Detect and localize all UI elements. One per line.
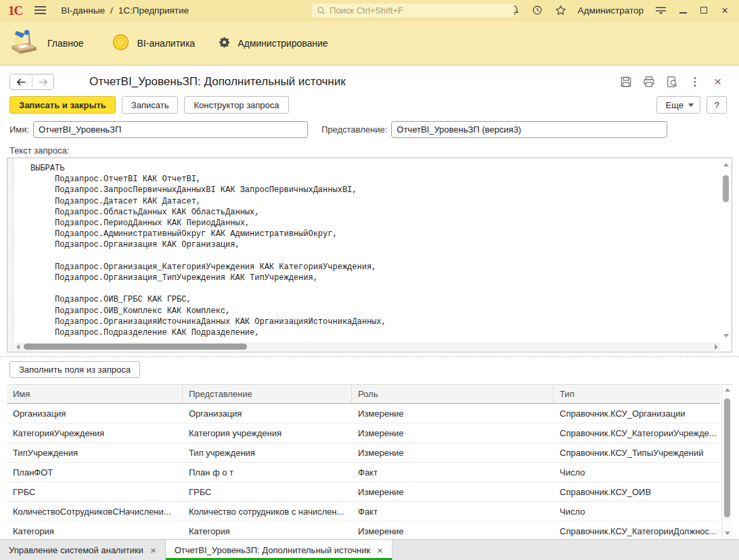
more-button[interactable]: Еще bbox=[656, 96, 700, 114]
section-administration-label: Администрирование bbox=[238, 38, 328, 49]
table-vertical-scrollbar[interactable] bbox=[721, 385, 732, 538]
section-bi-analytics[interactable]: BI-аналитика bbox=[112, 34, 208, 53]
section-bi-analytics-label: BI-аналитика bbox=[137, 38, 196, 49]
cell-name[interactable]: Организация bbox=[7, 404, 183, 423]
breadcrumb-separator: / bbox=[110, 5, 113, 16]
cell-presentation[interactable]: ГРБС bbox=[183, 482, 352, 501]
cell-role[interactable]: Факт bbox=[352, 502, 554, 521]
query-horizontal-scrollbar[interactable] bbox=[14, 342, 720, 351]
column-header-role[interactable]: Роль bbox=[352, 385, 554, 403]
name-input[interactable]: ОтчетBI_УровеньЗП bbox=[33, 121, 308, 138]
fill-fields-button[interactable]: Заполнить поля из запроса bbox=[9, 361, 140, 378]
maximize-button[interactable] bbox=[699, 5, 709, 15]
cell-type[interactable]: Справочник.КСУ_ТипыУчреждений bbox=[554, 443, 720, 462]
column-header-type[interactable]: Тип bbox=[554, 385, 720, 403]
forward-button[interactable] bbox=[32, 74, 53, 89]
1c-logo: 1С bbox=[8, 4, 22, 17]
table-row[interactable]: КатегорияУчреждения Категория учреждения… bbox=[7, 423, 720, 443]
kebab-menu-icon[interactable] bbox=[688, 76, 701, 89]
table-row[interactable]: ГРБС ГРБС Измерение Справочник.КСУ_ОИВ bbox=[7, 482, 720, 502]
scroll-up-arrow-icon[interactable] bbox=[725, 388, 730, 392]
tab-close-icon[interactable]: × bbox=[150, 545, 156, 555]
cell-type[interactable]: Справочник.КСУ_Организации bbox=[554, 404, 720, 423]
scroll-thumb[interactable] bbox=[723, 175, 729, 202]
scroll-thumb[interactable] bbox=[24, 344, 247, 350]
cell-role[interactable]: Измерение bbox=[352, 521, 554, 538]
scroll-right-arrow-icon[interactable] bbox=[715, 344, 718, 350]
scroll-down-arrow-icon[interactable] bbox=[725, 532, 730, 535]
help-button[interactable]: ? bbox=[707, 96, 727, 114]
breadcrumb-app[interactable]: BI-данные bbox=[61, 5, 105, 16]
back-button[interactable] bbox=[10, 74, 32, 89]
query-vertical-scrollbar[interactable] bbox=[721, 159, 731, 342]
cell-type[interactable]: Справочник.КСУ_КатегорииДолжнос... bbox=[554, 521, 720, 538]
cell-role[interactable]: Измерение bbox=[352, 404, 554, 423]
query-builder-button[interactable]: Конструктор запроса bbox=[184, 96, 288, 114]
scroll-left-arrow-icon[interactable] bbox=[16, 344, 20, 350]
cell-role[interactable]: Измерение bbox=[352, 423, 554, 442]
tab-analytics-management[interactable]: Управление системой аналитики × bbox=[0, 540, 166, 560]
cell-presentation[interactable]: План ф о т bbox=[183, 463, 352, 482]
scroll-up-arrow-icon[interactable] bbox=[723, 163, 729, 166]
editor-gutter bbox=[7, 158, 14, 352]
tab-label: ОтчетBI_УровеньЗП: Дополнительный источн… bbox=[175, 545, 371, 555]
gear-icon bbox=[219, 37, 229, 49]
cell-type[interactable]: Число bbox=[554, 463, 720, 482]
save-icon[interactable] bbox=[619, 76, 632, 89]
scroll-thumb[interactable] bbox=[724, 398, 730, 517]
cell-presentation[interactable]: Количество сотрудников с начислен... bbox=[183, 502, 352, 521]
cell-role[interactable]: Измерение bbox=[352, 443, 554, 462]
cell-presentation[interactable]: Организация bbox=[183, 404, 352, 423]
table-header: Имя Представление Роль Тип bbox=[7, 385, 720, 404]
table-row[interactable]: Организация Организация Измерение Справо… bbox=[7, 404, 720, 423]
tab-report-additional-source[interactable]: ОтчетBI_УровеньЗП: Дополнительный источн… bbox=[166, 540, 393, 560]
scroll-down-arrow-icon[interactable] bbox=[723, 334, 729, 337]
form-close-icon[interactable]: × bbox=[711, 76, 724, 89]
cell-role[interactable]: Измерение bbox=[352, 482, 554, 501]
query-editor[interactable]: ВЫБРАТЬ Подзапрос.ОтчетBI КАК ОтчетBI, П… bbox=[7, 158, 732, 352]
print-preview-icon[interactable] bbox=[665, 76, 678, 89]
section-main-label: Главное bbox=[47, 38, 84, 49]
cell-name[interactable]: КатегорияУчреждения bbox=[7, 423, 183, 442]
cell-name[interactable]: ПланФОТ bbox=[7, 463, 183, 482]
cell-presentation[interactable]: Тип учреждения bbox=[183, 443, 352, 462]
section-main[interactable]: Главное bbox=[7, 27, 96, 59]
history-icon[interactable] bbox=[532, 5, 543, 16]
save-button[interactable]: Записать bbox=[122, 96, 179, 114]
cell-presentation[interactable]: Категория bbox=[183, 521, 352, 538]
minimize-button[interactable] bbox=[678, 5, 688, 15]
cell-name[interactable]: ГРБС bbox=[7, 482, 183, 501]
print-icon[interactable] bbox=[642, 76, 655, 89]
breadcrumb-platform: 1С:Предприятие bbox=[118, 5, 189, 16]
cell-name[interactable]: КоличествоСотрудниковСНачислени... bbox=[7, 502, 183, 521]
page-title: ОтчетBI_УровеньЗП: Дополнительный источн… bbox=[89, 75, 346, 89]
cell-type[interactable]: Число bbox=[554, 502, 720, 521]
cell-type[interactable]: Справочник.КСУ_КатегорииУчрежде... bbox=[554, 423, 720, 442]
section-administration[interactable]: Администрирование bbox=[219, 37, 340, 49]
search-input[interactable] bbox=[330, 5, 509, 16]
fields-table: Имя Представление Роль Тип Организация О… bbox=[7, 384, 732, 538]
open-windows-tabbar: Управление системой аналитики × ОтчетBI_… bbox=[0, 539, 739, 560]
user-name[interactable]: Администратор bbox=[578, 5, 644, 16]
table-row[interactable]: КоличествоСотрудниковСНачислени... Колич… bbox=[7, 502, 720, 521]
query-text[interactable]: ВЫБРАТЬ Подзапрос.ОтчетBI КАК ОтчетBI, П… bbox=[30, 163, 718, 338]
cell-role[interactable]: Факт bbox=[352, 463, 554, 482]
cell-name[interactable]: Категория bbox=[7, 521, 183, 538]
cell-name[interactable]: ТипУчреждения bbox=[7, 443, 183, 462]
hamburger-menu-icon[interactable] bbox=[35, 6, 46, 14]
table-row[interactable]: Категория Категория Измерение Справочник… bbox=[7, 521, 720, 538]
save-and-close-button[interactable]: Записать и закрыть bbox=[9, 96, 116, 114]
column-header-name[interactable]: Имя bbox=[7, 385, 183, 403]
global-search[interactable] bbox=[311, 3, 514, 18]
form-header: ОтчетBI_УровеньЗП: Дополнительный источн… bbox=[0, 66, 739, 91]
table-row[interactable]: ТипУчреждения Тип учреждения Измерение С… bbox=[7, 443, 720, 463]
tab-close-icon[interactable]: × bbox=[377, 545, 383, 555]
cell-type[interactable]: Справочник.КСУ_ОИВ bbox=[554, 482, 720, 501]
close-window-button[interactable]: × bbox=[720, 5, 730, 15]
table-row[interactable]: ПланФОТ План ф о т Факт Число bbox=[7, 463, 720, 482]
favorites-star-icon[interactable] bbox=[555, 5, 566, 16]
cell-presentation[interactable]: Категория учреждения bbox=[183, 423, 352, 442]
presentation-input[interactable]: ОтчетBI_УровеньЗП (версия3) bbox=[391, 121, 667, 138]
service-menu-icon[interactable] bbox=[655, 5, 667, 16]
column-header-presentation[interactable]: Представление bbox=[183, 385, 352, 403]
